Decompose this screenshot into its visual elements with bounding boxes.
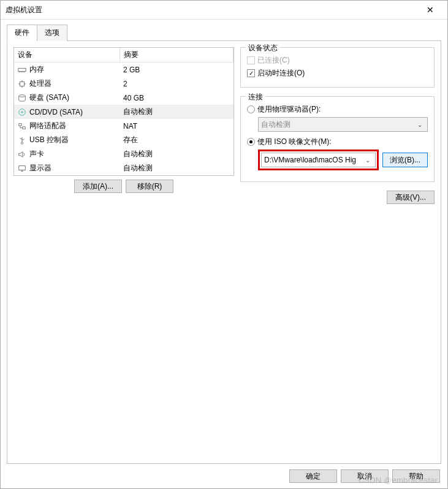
physical-drive-combo: 自动检测 ⌄ <box>258 117 428 132</box>
tab-hardware-label: 硬件 <box>15 28 29 37</box>
header-summary[interactable]: 摘要 <box>120 48 233 62</box>
device-summary: NAT <box>120 120 233 132</box>
device-list-header: 设备 摘要 <box>14 48 233 63</box>
device-name: 显示器 <box>29 163 51 173</box>
iso-file-row: D:\VMware\load\macOS Hig ⌄ 浏览(B)... <box>258 150 428 170</box>
device-summary: 2 GB <box>120 64 233 76</box>
close-button[interactable]: ✕ <box>418 1 442 18</box>
disk-icon <box>18 94 26 102</box>
device-row[interactable]: USB 控制器存在 <box>14 133 233 147</box>
connected-checkbox: 已连接(C) <box>247 55 428 66</box>
device-summary: 自动检测 <box>120 105 233 119</box>
iso-file-value: D:\VMware\load\macOS Hig <box>264 156 363 164</box>
svg-rect-5 <box>20 82 25 86</box>
device-row[interactable]: 处理器2 <box>14 77 233 91</box>
device-summary: 2 <box>120 78 233 90</box>
device-status-group: 设备状态 已连接(C) 启动时连接(O) <box>240 47 435 88</box>
connection-title: 连接 <box>246 92 265 102</box>
browse-label: 浏览(B)... <box>390 155 420 165</box>
sound-icon <box>18 150 26 159</box>
device-summary: 自动检测 <box>120 147 233 161</box>
device-summary: 40 GB <box>120 92 233 104</box>
cd-icon <box>18 108 26 116</box>
device-list-body: 内存2 GB处理器2硬盘 (SATA)40 GBCD/DVD (SATA)自动检… <box>14 63 233 175</box>
device-cell: 声卡 <box>14 147 120 161</box>
browse-button[interactable]: 浏览(B)... <box>382 153 428 167</box>
checkbox-icon <box>247 56 255 64</box>
add-device-button[interactable]: 添加(A)... <box>74 180 122 193</box>
physical-drive-value: 自动检测 <box>261 119 415 130</box>
checkbox-icon <box>247 69 255 77</box>
svg-point-15 <box>21 142 23 144</box>
device-name: 处理器 <box>29 78 51 89</box>
iso-file-label: 使用 ISO 映像文件(M): <box>257 137 332 147</box>
device-row[interactable]: 显示器自动检测 <box>14 161 233 175</box>
connection-group: 连接 使用物理驱动器(P): 自动检测 ⌄ <box>240 96 435 182</box>
device-row[interactable]: 声卡自动检测 <box>14 147 233 161</box>
close-icon: ✕ <box>427 5 434 15</box>
svg-point-12 <box>21 111 23 113</box>
connect-at-poweron-checkbox[interactable]: 启动时连接(O) <box>247 68 428 78</box>
connected-label: 已连接(C) <box>257 55 290 66</box>
client-area: 硬件 选项 设备 摘要 内存2 GB处理器2硬盘 (SATA)40 GBCD/D… <box>1 20 447 464</box>
iso-file-combo[interactable]: D:\VMware\load\macOS Hig ⌄ <box>261 153 376 167</box>
cancel-button[interactable]: 取消 <box>341 469 389 483</box>
device-row[interactable]: 内存2 GB <box>14 63 233 77</box>
device-cell: 网络适配器 <box>14 119 120 133</box>
svg-rect-0 <box>18 68 26 71</box>
device-name: USB 控制器 <box>29 135 69 145</box>
device-summary: 自动检测 <box>120 161 233 175</box>
physical-drive-label: 使用物理驱动器(P): <box>257 104 321 115</box>
header-device[interactable]: 设备 <box>14 48 120 62</box>
device-name: 网络适配器 <box>29 121 66 131</box>
device-row[interactable]: 网络适配器NAT <box>14 119 233 133</box>
connect-at-poweron-label: 启动时连接(O) <box>257 68 305 78</box>
device-summary: 存在 <box>120 133 233 147</box>
help-button[interactable]: 帮助 <box>392 469 440 483</box>
svg-point-10 <box>19 94 26 97</box>
device-list-buttons: 添加(A)... 移除(R) <box>13 176 234 199</box>
chevron-down-icon: ⌄ <box>415 121 425 128</box>
iso-highlight-box: D:\VMware\load\macOS Hig ⌄ <box>258 150 379 170</box>
cpu-icon <box>18 80 26 88</box>
device-cell: 显示器 <box>14 161 120 175</box>
device-cell: 处理器 <box>14 77 120 91</box>
chevron-down-icon: ⌄ <box>363 157 373 164</box>
device-name: 内存 <box>29 64 44 75</box>
device-cell: CD/DVD (SATA) <box>14 106 120 118</box>
svg-rect-14 <box>23 126 25 129</box>
tab-options[interactable]: 选项 <box>37 25 67 41</box>
hardware-panel: 设备 摘要 内存2 GB处理器2硬盘 (SATA)40 GBCD/DVD (SA… <box>7 40 441 464</box>
network-icon <box>18 122 26 131</box>
remove-device-button[interactable]: 移除(R) <box>126 180 173 193</box>
ok-button[interactable]: 确定 <box>289 469 337 483</box>
advanced-button[interactable]: 高级(V)... <box>387 191 435 204</box>
device-cell: USB 控制器 <box>14 133 120 147</box>
vm-settings-window: 虚拟机设置 ✕ 硬件 选项 设备 摘要 <box>0 0 448 489</box>
svg-rect-17 <box>19 165 26 170</box>
device-cell: 内存 <box>14 63 120 77</box>
window-title: 虚拟机设置 <box>6 5 418 15</box>
radio-icon <box>247 138 255 146</box>
device-cell: 硬盘 (SATA) <box>14 91 120 105</box>
device-list: 设备 摘要 内存2 GB处理器2硬盘 (SATA)40 GBCD/DVD (SA… <box>13 47 234 176</box>
display-icon <box>18 164 26 173</box>
radio-icon <box>247 105 255 113</box>
dialog-footer: 确定 取消 帮助 <box>1 464 447 488</box>
tab-hardware[interactable]: 硬件 <box>7 25 37 41</box>
device-row[interactable]: CD/DVD (SATA)自动检测 <box>14 105 233 119</box>
tab-options-label: 选项 <box>45 28 59 37</box>
svg-rect-13 <box>19 123 21 126</box>
physical-drive-combo-row: 自动检测 ⌄ <box>258 117 428 132</box>
memory-icon <box>18 66 26 74</box>
svg-point-11 <box>19 108 26 115</box>
titlebar: 虚拟机设置 ✕ <box>1 1 447 20</box>
device-name: 硬盘 (SATA) <box>29 93 69 103</box>
iso-file-radio[interactable]: 使用 ISO 映像文件(M): <box>247 137 428 147</box>
device-name: CD/DVD (SATA) <box>29 108 83 116</box>
physical-drive-radio[interactable]: 使用物理驱动器(P): <box>247 104 428 115</box>
panel-content: 设备 摘要 内存2 GB处理器2硬盘 (SATA)40 GBCD/DVD (SA… <box>13 47 435 457</box>
tab-strip: 硬件 选项 <box>7 25 441 41</box>
device-row[interactable]: 硬盘 (SATA)40 GB <box>14 91 233 105</box>
usb-icon <box>18 136 26 145</box>
